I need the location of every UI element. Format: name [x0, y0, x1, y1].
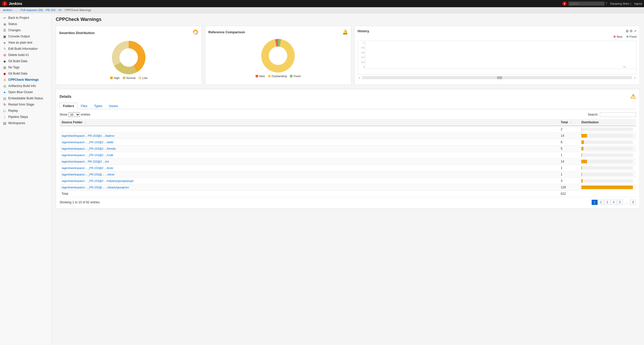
- sidebar-item-git-build-data-2[interactable]: ◆ Git Build Data: [0, 70, 51, 77]
- workspace-icon: ▤: [3, 121, 7, 125]
- sidebar-item-workspaces[interactable]: ▤ Workspaces: [0, 120, 51, 126]
- severities-donut-chart: [112, 41, 145, 74]
- history-prev-btn[interactable]: ‹: [358, 75, 361, 80]
- sidebar-item-restart-from-stage[interactable]: ↻ Restart from Stage: [0, 101, 51, 108]
- sidebar-item-open-blue-ocean[interactable]: ● Open Blue Ocean: [0, 89, 51, 95]
- dist-bar: [581, 127, 582, 131]
- history-icon-1[interactable]: ⊞: [626, 29, 629, 33]
- sidebar-item-no-tags[interactable]: ▦ No Tags: [0, 64, 51, 70]
- sidebar-item-replay[interactable]: ▷ Replay: [0, 108, 51, 114]
- pagination-btn-...[interactable]: ...: [623, 200, 630, 205]
- path-link[interactable]: /agent/workspace/... _PR-153@2 .../hired…: [62, 147, 116, 150]
- sidebar-item-changes[interactable]: ☰ Changes: [0, 27, 51, 33]
- td-total: 6: [559, 139, 579, 146]
- console-icon: ▣: [3, 34, 7, 38]
- th-source-folder[interactable]: Source Folder ↕: [60, 119, 559, 126]
- git-icon: ◆: [3, 59, 7, 63]
- path-link[interactable]: /agent/workspace/... PR-153@2 .../dadrvs: [62, 134, 114, 137]
- legend-dot-new: [256, 75, 258, 77]
- svg-point-0: [194, 31, 197, 34]
- td-total: 128: [559, 184, 579, 191]
- sidebar-item-delete-build[interactable]: ⊘ Delete build #1: [0, 52, 51, 58]
- sidebar-item-edit-build-information[interactable]: ✎ Edit Build Information: [0, 46, 51, 52]
- td-path: /agent/workspace/... _PR-153@2 .../dalib: [60, 139, 559, 146]
- td-path: /agent/workspace/... _PR-153@2 .../irdpa…: [60, 178, 559, 184]
- history-x-label: #1: [623, 66, 626, 68]
- pagination-btn-1[interactable]: 1: [592, 200, 598, 205]
- sidebar-item-console-output[interactable]: ▣ Console Output: [0, 33, 51, 39]
- history-settings-icon[interactable]: ⚙: [630, 29, 633, 33]
- pagination-btn-4[interactable]: 4: [611, 200, 617, 205]
- pagination-btn-3[interactable]: 3: [604, 200, 610, 205]
- sidebar-item-artifactory-build-info[interactable]: ◎ Artifactory Build Info: [0, 83, 51, 89]
- sidebar-item-pipeline-steps[interactable]: ⋮ Pipeline Steps: [0, 114, 51, 120]
- dist-bar-container: [581, 140, 633, 144]
- dist-bar: [581, 140, 584, 144]
- history-legend-fixed: Fixed: [626, 35, 637, 38]
- td-total: 3: [559, 178, 579, 184]
- path-link[interactable]: /agent/workspace/... _PR-153@2 .../dalib: [62, 141, 113, 144]
- sidebar-item-cppcheck-warnings[interactable]: ⚠ CPPCheck Warnings: [0, 77, 51, 83]
- breadcrumb-repo[interactable]: ...: [15, 9, 18, 12]
- bell-icon[interactable]: 🔔: [342, 29, 348, 35]
- path-link[interactable]: /agent/workspace/... PR-153@2 .../int: [62, 160, 109, 163]
- dist-bar: [581, 153, 582, 157]
- table-row: /agent/workspace/... _PR-153@... .../eln…: [60, 171, 636, 178]
- breadcrumb-pull-requests[interactable]: Pull requests (39): [21, 9, 43, 12]
- table-body: . 2 /agent/workspace/... PR-153@2 .../da…: [60, 126, 636, 191]
- path-link[interactable]: /agent/workspace/... _PR-153@2 .../csdk: [62, 154, 113, 157]
- table-row: /agent/workspace/... _PR-153@2 .../testc…: [60, 165, 636, 171]
- help-icon[interactable]: ?: [606, 2, 607, 5]
- td-path: /agent/workspace/... _PR-153@... .../doa…: [60, 184, 559, 191]
- tab-folders[interactable]: Folders: [60, 103, 77, 109]
- breadcrumb-build1[interactable]: #1: [59, 9, 62, 12]
- table-row: /agent/workspace/... _PR-153@2 .../dalib…: [60, 139, 636, 146]
- sidebar-item-view-as-plain-text[interactable]: ◈ View as plain text: [0, 39, 51, 46]
- path-link[interactable]: /agent/workspace/... _PR-153@... .../eln…: [62, 173, 114, 176]
- history-next-btn[interactable]: ›: [633, 75, 637, 80]
- notification-badge[interactable]: 6: [562, 1, 567, 6]
- th-distribution[interactable]: Distribution: [579, 119, 636, 126]
- history-expand-icon[interactable]: ↗: [634, 29, 637, 33]
- reference-donut-container: New Outstanding Fixed: [208, 37, 348, 80]
- table-footer: Showing 1 to 10 of 82 entries 12345...9: [60, 200, 636, 205]
- legend-dot-normal: [123, 77, 125, 79]
- dist-bar: [581, 186, 633, 189]
- breadcrumb-jenkins[interactable]: Jenkins: [3, 9, 12, 12]
- table-search-input[interactable]: [600, 112, 636, 117]
- severities-legend: High Normal Low: [110, 76, 147, 79]
- tab-files[interactable]: Files: [77, 103, 91, 109]
- td-distribution: [579, 146, 636, 152]
- history-scrollbar[interactable]: [362, 76, 632, 79]
- pagination-btn-5[interactable]: 5: [617, 200, 623, 205]
- td-distribution: [579, 165, 636, 171]
- artifactory-icon: ◎: [3, 84, 7, 88]
- td-distribution: [579, 126, 636, 133]
- sidebar-item-status[interactable]: ◉ Status: [0, 21, 51, 27]
- sidebar-item-embeddable-build-status[interactable]: ▨ Embeddable Build Status: [0, 95, 51, 101]
- path-link[interactable]: /agent/workspace/... _PR-153@... .../doa…: [62, 186, 129, 189]
- logout-button[interactable]: logout: [634, 2, 642, 5]
- path-link[interactable]: /agent/workspace/... _PR-153@2 .../testc: [62, 166, 113, 170]
- history-legend: New Fixed: [614, 35, 637, 38]
- breadcrumb-pr153[interactable]: PR-153: [46, 9, 55, 12]
- path-link[interactable]: /agent/workspace/... _PR-153@2 .../irdpa…: [62, 179, 134, 182]
- pagination-btn-2[interactable]: 2: [598, 200, 604, 205]
- path-link[interactable]: .: [62, 128, 62, 131]
- tab-issues[interactable]: Issues: [106, 103, 121, 109]
- sidebar-item-git-build-data[interactable]: ◆ Git Build Data: [0, 58, 51, 64]
- pie-chart-icon[interactable]: [192, 29, 199, 37]
- td-total: 14: [559, 158, 579, 165]
- svg-point-2: [269, 46, 287, 65]
- table-row: /agent/workspace/... _PR-153@2 .../irdpa…: [60, 178, 636, 184]
- layout: ↩ Back to Project ◉ Status ☰ Changes ▣ C…: [0, 13, 644, 345]
- search-input[interactable]: [568, 2, 605, 6]
- th-total[interactable]: Total ↕: [559, 119, 579, 126]
- pagination-btn-9[interactable]: 9: [630, 200, 636, 205]
- table-row: /agent/workspace/... _PR-153@2 .../csdk …: [60, 152, 636, 158]
- dist-bar: [581, 179, 583, 183]
- tab-types[interactable]: Types: [91, 103, 106, 109]
- sidebar-item-back-to-project[interactable]: ↩ Back to Project: [0, 15, 51, 21]
- td-path: /agent/workspace/... PR-153@2 .../dadrvs: [60, 133, 559, 139]
- entries-select[interactable]: 10 25 50 100: [68, 112, 80, 117]
